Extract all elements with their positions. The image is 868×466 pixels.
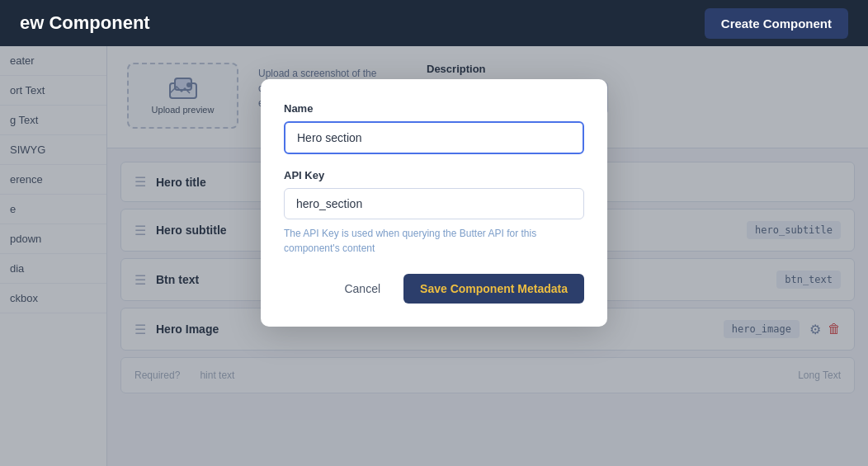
- modal-api-key-input[interactable]: [284, 188, 584, 219]
- main-layout: eater ort Text g Text SIWYG erence e pdo…: [0, 46, 868, 466]
- modal-overlay: Name API Key The API Key is used when qu…: [0, 46, 868, 466]
- modal-api-key-label: API Key: [284, 169, 584, 181]
- create-component-button[interactable]: Create Component: [705, 8, 848, 39]
- modal-api-key-group: API Key The API Key is used when queryin…: [284, 169, 584, 256]
- cancel-button[interactable]: Cancel: [331, 274, 394, 304]
- modal-name-label: Name: [284, 102, 584, 115]
- save-metadata-button[interactable]: Save Component Metadata: [403, 274, 584, 304]
- modal-dialog: Name API Key The API Key is used when qu…: [261, 79, 607, 327]
- modal-hint-text: The API Key is used when querying the Bu…: [284, 226, 584, 256]
- modal-name-group: Name: [284, 102, 584, 154]
- modal-name-input[interactable]: [284, 121, 584, 154]
- page-title: ew Component: [20, 12, 150, 34]
- modal-actions: Cancel Save Component Metadata: [284, 274, 584, 304]
- page-header: ew Component Create Component: [0, 0, 868, 46]
